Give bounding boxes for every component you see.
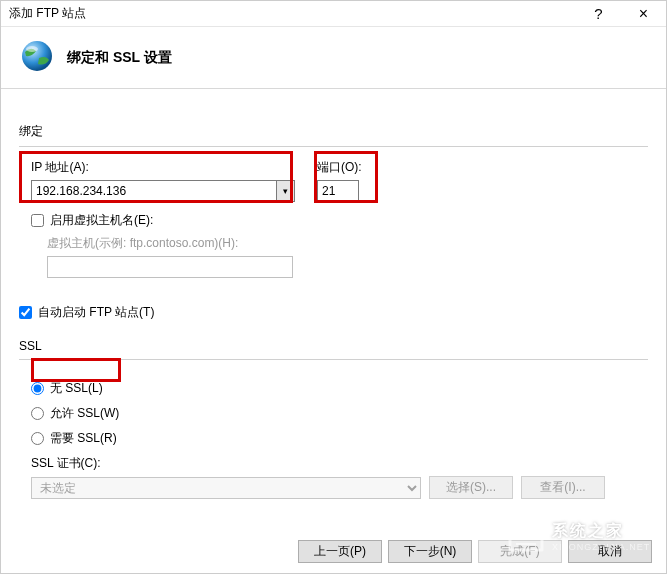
ssl-group: SSL 无 SSL(L) 允许 SSL(W) 需要 SSL(R) SSL 证书(… xyxy=(19,335,648,507)
enable-vhost-label: 启用虚拟主机名(E): xyxy=(50,212,153,229)
wizard-footer: 上一页(P) 下一步(N) 完成(F) 取消 xyxy=(298,540,652,563)
ip-label: IP 地址(A): xyxy=(31,159,295,176)
ip-dropdown-button[interactable]: ▾ xyxy=(277,180,295,202)
divider xyxy=(19,359,648,360)
port-input[interactable] xyxy=(317,180,359,202)
ssl-require-radio[interactable] xyxy=(31,432,44,445)
help-button[interactable]: ? xyxy=(576,1,621,27)
close-button[interactable]: × xyxy=(621,1,666,27)
vhost-label: 虚拟主机(示例: ftp.contoso.com)(H): xyxy=(47,235,636,252)
finish-button: 完成(F) xyxy=(478,540,562,563)
ssl-group-label: SSL xyxy=(19,335,648,353)
ssl-none-label: 无 SSL(L) xyxy=(50,380,103,397)
chevron-down-icon: ▾ xyxy=(283,186,288,196)
vhost-input xyxy=(47,256,293,278)
next-button[interactable]: 下一步(N) xyxy=(388,540,472,563)
binding-group-label: 绑定 xyxy=(19,119,648,140)
ip-address-input[interactable] xyxy=(31,180,277,202)
ssl-cert-select: 未选定 xyxy=(31,477,421,499)
cancel-button[interactable]: 取消 xyxy=(568,540,652,563)
globe-icon xyxy=(19,38,67,77)
cert-select-button: 选择(S)... xyxy=(429,476,513,499)
ssl-cert-label: SSL 证书(C): xyxy=(31,455,636,472)
port-label: 端口(O): xyxy=(317,159,362,176)
ssl-allow-radio[interactable] xyxy=(31,407,44,420)
autostart-label: 自动启动 FTP 站点(T) xyxy=(38,304,154,321)
cert-view-button: 查看(I)... xyxy=(521,476,605,499)
ssl-none-radio[interactable] xyxy=(31,382,44,395)
divider xyxy=(19,146,648,147)
enable-vhost-checkbox[interactable] xyxy=(31,214,44,227)
binding-group: 绑定 IP 地址(A): ▾ 端口(O): xyxy=(19,119,648,286)
page-title: 绑定和 SSL 设置 xyxy=(67,49,172,67)
prev-button[interactable]: 上一页(P) xyxy=(298,540,382,563)
svg-point-1 xyxy=(26,46,38,52)
content-area: 绑定 IP 地址(A): ▾ 端口(O): xyxy=(1,89,666,533)
autostart-row: 自动启动 FTP 站点(T) xyxy=(19,304,648,321)
wizard-header: 绑定和 SSL 设置 xyxy=(1,27,666,89)
autostart-checkbox[interactable] xyxy=(19,306,32,319)
ssl-allow-label: 允许 SSL(W) xyxy=(50,405,119,422)
ssl-require-label: 需要 SSL(R) xyxy=(50,430,117,447)
window-title: 添加 FTP 站点 xyxy=(9,5,576,22)
title-bar: 添加 FTP 站点 ? × xyxy=(1,1,666,27)
